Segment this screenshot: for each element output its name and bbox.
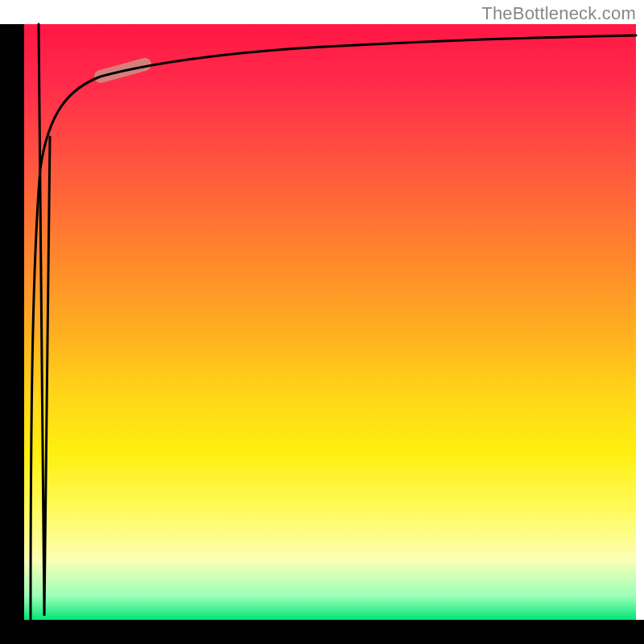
chart-stage: TheBottleneck.com (0, 0, 644, 644)
chart-svg (24, 24, 636, 620)
watermark-text: TheBottleneck.com (481, 3, 636, 24)
y-axis-bar (0, 24, 24, 620)
bottleneck-curve (31, 35, 636, 620)
x-axis-bar (0, 620, 644, 644)
plot-area (24, 24, 636, 620)
initial-spike (39, 24, 50, 616)
